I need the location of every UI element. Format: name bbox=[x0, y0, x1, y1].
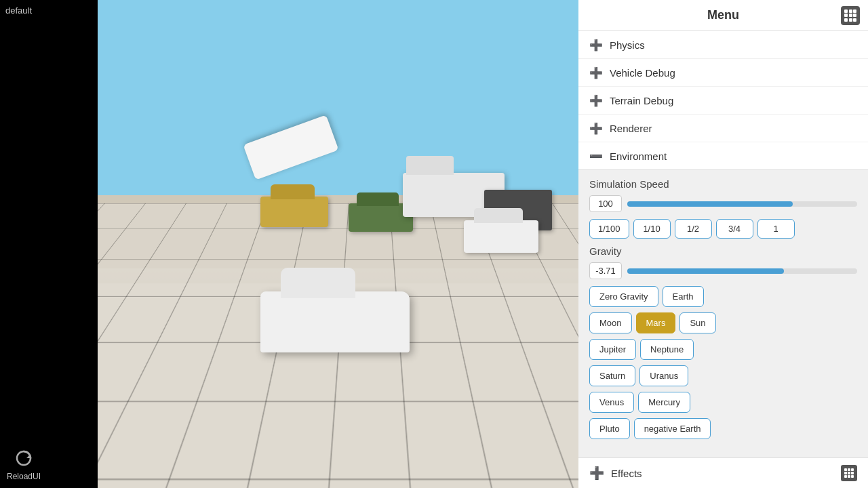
plus-icon-terrain: ➕ bbox=[589, 94, 603, 107]
reload-ui-area[interactable]: ReloadUI bbox=[7, 447, 41, 481]
menu-item-physics[interactable]: ➕ Physics bbox=[578, 31, 868, 59]
reload-ui-label: ReloadUI bbox=[7, 472, 41, 481]
menu-title: Menu bbox=[707, 8, 739, 22]
gravity-label: Gravity bbox=[589, 245, 857, 257]
cars-area bbox=[152, 108, 559, 366]
gravity-btn-mercury[interactable]: Mercury bbox=[638, 392, 690, 413]
plus-icon-renderer: ➕ bbox=[589, 121, 603, 135]
grid-icon bbox=[844, 9, 856, 22]
right-panel: Menu ➕ Physics ➕ Vehicle Debug ➕ Terrain… bbox=[578, 0, 868, 488]
gravity-row-3: Jupiter Neptune bbox=[589, 339, 857, 360]
gravity-section: Gravity -3.71 Zero Gravity Earth Moon Ma… bbox=[589, 245, 857, 439]
environment-section: Simulation Speed 100 1/100 1/10 1/2 3/4 … bbox=[578, 170, 868, 458]
game-viewport bbox=[98, 0, 578, 488]
effects-grid-button[interactable] bbox=[841, 465, 857, 481]
simulation-speed-value[interactable]: 100 bbox=[589, 195, 622, 212]
speed-btn-3-4[interactable]: 3/4 bbox=[716, 219, 753, 239]
reload-icon bbox=[13, 447, 35, 469]
plus-icon-effects: ➕ bbox=[589, 466, 604, 481]
speed-btn-1-2[interactable]: 1/2 bbox=[675, 219, 712, 239]
plus-icon-vehicle: ➕ bbox=[589, 66, 603, 79]
speed-btn-1-100[interactable]: 1/100 bbox=[589, 219, 629, 239]
menu-grid-button[interactable] bbox=[841, 6, 860, 25]
gravity-btn-sun[interactable]: Sun bbox=[679, 312, 715, 333]
gravity-row-5: Venus Mercury bbox=[589, 392, 857, 413]
gravity-btn-zero[interactable]: Zero Gravity bbox=[589, 286, 658, 307]
menu-item-renderer[interactable]: ➕ Renderer bbox=[578, 115, 868, 142]
gravity-row-6: Pluto negative Earth bbox=[589, 418, 857, 439]
default-label: default bbox=[5, 5, 32, 16]
physics-label: Physics bbox=[610, 39, 645, 51]
plus-icon-physics: ➕ bbox=[589, 38, 603, 52]
vehicle-debug-label: Vehicle Debug bbox=[610, 67, 675, 79]
minus-icon-environment: ➖ bbox=[589, 149, 603, 163]
menu-item-terrain-debug[interactable]: ➕ Terrain Debug bbox=[578, 87, 868, 115]
environment-label: Environment bbox=[610, 150, 667, 162]
gravity-row: -3.71 bbox=[589, 262, 857, 279]
gravity-btn-neg-earth[interactable]: negative Earth bbox=[634, 418, 711, 439]
effects-row[interactable]: ➕ Effects bbox=[578, 458, 868, 488]
car-pickup bbox=[260, 291, 410, 352]
gravity-btn-mars[interactable]: Mars bbox=[636, 312, 676, 333]
menu-header: Menu bbox=[578, 0, 868, 31]
gravity-btn-saturn[interactable]: Saturn bbox=[589, 365, 635, 386]
gravity-btn-jupiter[interactable]: Jupiter bbox=[589, 339, 636, 360]
gravity-row-2: Moon Mars Sun bbox=[589, 312, 857, 333]
terrain-debug-label: Terrain Debug bbox=[610, 95, 673, 106]
car-flipped bbox=[243, 115, 339, 180]
gravity-slider[interactable] bbox=[627, 268, 857, 274]
speed-btn-1[interactable]: 1 bbox=[757, 219, 795, 239]
gravity-btn-earth[interactable]: Earth bbox=[663, 286, 704, 307]
gravity-btn-neptune[interactable]: Neptune bbox=[640, 339, 694, 360]
gravity-btn-pluto[interactable]: Pluto bbox=[589, 418, 630, 439]
renderer-label: Renderer bbox=[610, 123, 652, 134]
car-sedan-right bbox=[464, 220, 538, 253]
gravity-fill bbox=[627, 268, 784, 274]
simulation-speed-buttons: 1/100 1/10 1/2 3/4 1 bbox=[589, 219, 857, 239]
left-bar: default ReloadUI bbox=[0, 0, 98, 488]
svg-marker-1 bbox=[26, 454, 31, 458]
simulation-speed-slider[interactable] bbox=[627, 201, 857, 207]
simulation-speed-row: 100 bbox=[589, 195, 857, 212]
gravity-row-1: Zero Gravity Earth bbox=[589, 286, 857, 307]
gravity-row-4: Saturn Uranus bbox=[589, 365, 857, 386]
gravity-btn-uranus[interactable]: Uranus bbox=[639, 365, 688, 386]
simulation-speed-label: Simulation Speed bbox=[589, 178, 857, 190]
gravity-value[interactable]: -3.71 bbox=[589, 262, 622, 279]
gravity-btn-moon[interactable]: Moon bbox=[589, 312, 632, 333]
speed-btn-1-10[interactable]: 1/10 bbox=[633, 219, 671, 239]
menu-item-environment[interactable]: ➖ Environment bbox=[578, 142, 868, 169]
menu-items-list: ➕ Physics ➕ Vehicle Debug ➕ Terrain Debu… bbox=[578, 31, 868, 170]
effects-label: Effects bbox=[611, 468, 642, 479]
car-yellow bbox=[260, 197, 328, 227]
simulation-speed-fill bbox=[627, 201, 793, 207]
effects-grid-icon bbox=[844, 468, 854, 478]
menu-item-vehicle-debug[interactable]: ➕ Vehicle Debug bbox=[578, 59, 868, 87]
gravity-btn-venus[interactable]: Venus bbox=[589, 392, 634, 413]
